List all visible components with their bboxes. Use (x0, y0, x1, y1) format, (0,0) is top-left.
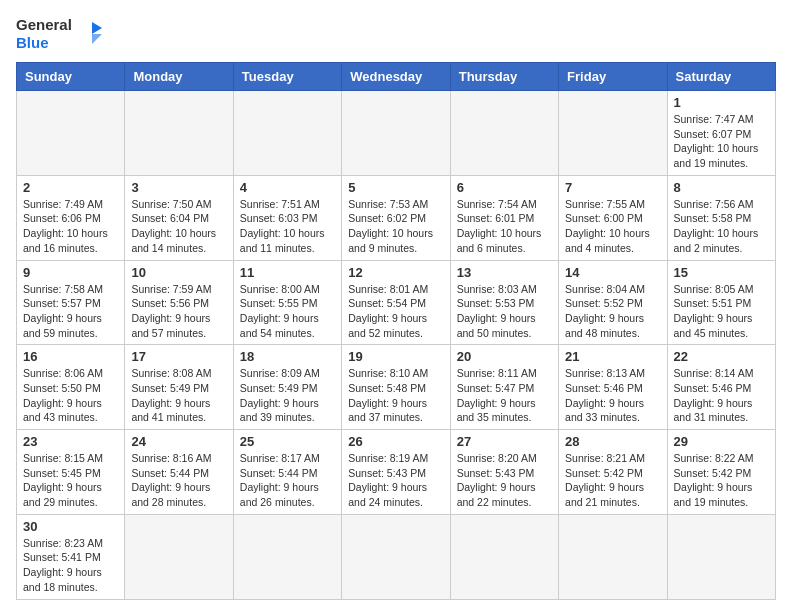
week-row-6: 30Sunrise: 8:23 AM Sunset: 5:41 PM Dayli… (17, 514, 776, 599)
day-cell: 4Sunrise: 7:51 AM Sunset: 6:03 PM Daylig… (233, 175, 341, 260)
day-info: Sunrise: 7:53 AM Sunset: 6:02 PM Dayligh… (348, 197, 443, 256)
page-header: General Blue (16, 16, 776, 52)
day-cell: 23Sunrise: 8:15 AM Sunset: 5:45 PM Dayli… (17, 430, 125, 515)
day-info: Sunrise: 8:10 AM Sunset: 5:48 PM Dayligh… (348, 366, 443, 425)
day-cell: 16Sunrise: 8:06 AM Sunset: 5:50 PM Dayli… (17, 345, 125, 430)
logo-general: General (16, 16, 72, 33)
day-cell (342, 91, 450, 176)
day-number: 18 (240, 349, 335, 364)
calendar-table: SundayMondayTuesdayWednesdayThursdayFrid… (16, 62, 776, 600)
logo: General Blue (16, 16, 106, 52)
day-info: Sunrise: 8:20 AM Sunset: 5:43 PM Dayligh… (457, 451, 552, 510)
day-number: 20 (457, 349, 552, 364)
day-number: 1 (674, 95, 769, 110)
day-info: Sunrise: 8:19 AM Sunset: 5:43 PM Dayligh… (348, 451, 443, 510)
day-cell: 27Sunrise: 8:20 AM Sunset: 5:43 PM Dayli… (450, 430, 558, 515)
day-cell (450, 514, 558, 599)
day-cell: 19Sunrise: 8:10 AM Sunset: 5:48 PM Dayli… (342, 345, 450, 430)
day-number: 28 (565, 434, 660, 449)
week-row-5: 23Sunrise: 8:15 AM Sunset: 5:45 PM Dayli… (17, 430, 776, 515)
day-cell: 2Sunrise: 7:49 AM Sunset: 6:06 PM Daylig… (17, 175, 125, 260)
day-number: 9 (23, 265, 118, 280)
day-number: 27 (457, 434, 552, 449)
logo-wordmark: General Blue (16, 16, 72, 52)
day-info: Sunrise: 8:09 AM Sunset: 5:49 PM Dayligh… (240, 366, 335, 425)
day-cell: 21Sunrise: 8:13 AM Sunset: 5:46 PM Dayli… (559, 345, 667, 430)
day-number: 24 (131, 434, 226, 449)
day-info: Sunrise: 8:13 AM Sunset: 5:46 PM Dayligh… (565, 366, 660, 425)
weekday-header-thursday: Thursday (450, 63, 558, 91)
day-info: Sunrise: 8:16 AM Sunset: 5:44 PM Dayligh… (131, 451, 226, 510)
day-cell: 17Sunrise: 8:08 AM Sunset: 5:49 PM Dayli… (125, 345, 233, 430)
day-info: Sunrise: 8:00 AM Sunset: 5:55 PM Dayligh… (240, 282, 335, 341)
day-info: Sunrise: 8:22 AM Sunset: 5:42 PM Dayligh… (674, 451, 769, 510)
week-row-1: 1Sunrise: 7:47 AM Sunset: 6:07 PM Daylig… (17, 91, 776, 176)
day-cell: 5Sunrise: 7:53 AM Sunset: 6:02 PM Daylig… (342, 175, 450, 260)
day-cell: 11Sunrise: 8:00 AM Sunset: 5:55 PM Dayli… (233, 260, 341, 345)
day-cell: 9Sunrise: 7:58 AM Sunset: 5:57 PM Daylig… (17, 260, 125, 345)
day-cell (233, 514, 341, 599)
day-cell (233, 91, 341, 176)
day-number: 29 (674, 434, 769, 449)
day-cell: 3Sunrise: 7:50 AM Sunset: 6:04 PM Daylig… (125, 175, 233, 260)
day-cell: 8Sunrise: 7:56 AM Sunset: 5:58 PM Daylig… (667, 175, 775, 260)
day-info: Sunrise: 7:54 AM Sunset: 6:01 PM Dayligh… (457, 197, 552, 256)
day-number: 30 (23, 519, 118, 534)
day-info: Sunrise: 8:06 AM Sunset: 5:50 PM Dayligh… (23, 366, 118, 425)
day-info: Sunrise: 7:49 AM Sunset: 6:06 PM Dayligh… (23, 197, 118, 256)
day-number: 13 (457, 265, 552, 280)
day-number: 23 (23, 434, 118, 449)
day-cell: 30Sunrise: 8:23 AM Sunset: 5:41 PM Dayli… (17, 514, 125, 599)
day-cell: 29Sunrise: 8:22 AM Sunset: 5:42 PM Dayli… (667, 430, 775, 515)
svg-marker-0 (92, 22, 102, 34)
day-cell: 25Sunrise: 8:17 AM Sunset: 5:44 PM Dayli… (233, 430, 341, 515)
day-cell: 12Sunrise: 8:01 AM Sunset: 5:54 PM Dayli… (342, 260, 450, 345)
weekday-header-monday: Monday (125, 63, 233, 91)
day-info: Sunrise: 7:55 AM Sunset: 6:00 PM Dayligh… (565, 197, 660, 256)
day-cell: 14Sunrise: 8:04 AM Sunset: 5:52 PM Dayli… (559, 260, 667, 345)
day-info: Sunrise: 7:56 AM Sunset: 5:58 PM Dayligh… (674, 197, 769, 256)
day-cell (667, 514, 775, 599)
day-cell: 15Sunrise: 8:05 AM Sunset: 5:51 PM Dayli… (667, 260, 775, 345)
weekday-header-friday: Friday (559, 63, 667, 91)
day-info: Sunrise: 8:21 AM Sunset: 5:42 PM Dayligh… (565, 451, 660, 510)
week-row-2: 2Sunrise: 7:49 AM Sunset: 6:06 PM Daylig… (17, 175, 776, 260)
weekday-header-saturday: Saturday (667, 63, 775, 91)
day-cell (559, 514, 667, 599)
day-info: Sunrise: 7:50 AM Sunset: 6:04 PM Dayligh… (131, 197, 226, 256)
day-cell: 20Sunrise: 8:11 AM Sunset: 5:47 PM Dayli… (450, 345, 558, 430)
day-info: Sunrise: 8:11 AM Sunset: 5:47 PM Dayligh… (457, 366, 552, 425)
day-number: 17 (131, 349, 226, 364)
day-info: Sunrise: 7:59 AM Sunset: 5:56 PM Dayligh… (131, 282, 226, 341)
day-cell (342, 514, 450, 599)
day-cell (559, 91, 667, 176)
day-info: Sunrise: 7:58 AM Sunset: 5:57 PM Dayligh… (23, 282, 118, 341)
day-number: 5 (348, 180, 443, 195)
day-cell (450, 91, 558, 176)
day-info: Sunrise: 8:01 AM Sunset: 5:54 PM Dayligh… (348, 282, 443, 341)
day-cell: 22Sunrise: 8:14 AM Sunset: 5:46 PM Dayli… (667, 345, 775, 430)
svg-marker-1 (92, 34, 102, 44)
week-row-3: 9Sunrise: 7:58 AM Sunset: 5:57 PM Daylig… (17, 260, 776, 345)
day-number: 10 (131, 265, 226, 280)
day-number: 25 (240, 434, 335, 449)
day-cell (125, 514, 233, 599)
weekday-header-tuesday: Tuesday (233, 63, 341, 91)
day-number: 16 (23, 349, 118, 364)
day-number: 12 (348, 265, 443, 280)
day-info: Sunrise: 8:08 AM Sunset: 5:49 PM Dayligh… (131, 366, 226, 425)
day-info: Sunrise: 8:04 AM Sunset: 5:52 PM Dayligh… (565, 282, 660, 341)
day-number: 26 (348, 434, 443, 449)
day-number: 11 (240, 265, 335, 280)
day-info: Sunrise: 8:17 AM Sunset: 5:44 PM Dayligh… (240, 451, 335, 510)
day-info: Sunrise: 8:14 AM Sunset: 5:46 PM Dayligh… (674, 366, 769, 425)
day-cell: 10Sunrise: 7:59 AM Sunset: 5:56 PM Dayli… (125, 260, 233, 345)
day-cell: 18Sunrise: 8:09 AM Sunset: 5:49 PM Dayli… (233, 345, 341, 430)
day-cell: 28Sunrise: 8:21 AM Sunset: 5:42 PM Dayli… (559, 430, 667, 515)
day-number: 15 (674, 265, 769, 280)
week-row-4: 16Sunrise: 8:06 AM Sunset: 5:50 PM Dayli… (17, 345, 776, 430)
day-number: 3 (131, 180, 226, 195)
day-info: Sunrise: 8:03 AM Sunset: 5:53 PM Dayligh… (457, 282, 552, 341)
day-cell: 24Sunrise: 8:16 AM Sunset: 5:44 PM Dayli… (125, 430, 233, 515)
day-number: 2 (23, 180, 118, 195)
